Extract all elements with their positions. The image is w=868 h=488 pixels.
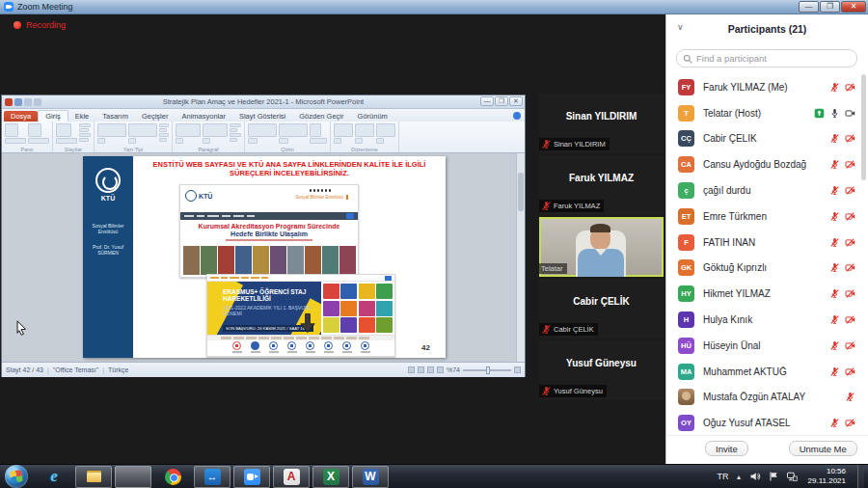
participant-name: Emre Türkmen [703,211,829,222]
participants-scrollbar[interactable] [861,74,866,431]
zoom-app-icon [4,2,14,12]
clock[interactable]: 10:56 29.11.2021 [808,467,846,486]
powerpoint-statusbar: Slayt 42 / 43| "Office Teması"| Türkçe %… [2,362,525,377]
reading-view-icon [427,366,434,373]
unmute-me-button[interactable]: Unmute Me [789,441,857,456]
slideshow-view-icon [437,366,444,373]
ppt-restore-icon: ❐ [495,96,508,106]
hidden-icons-arrow[interactable]: ▲ [736,474,743,480]
invite-button[interactable]: Invite [705,441,748,456]
participant-name: Oğuz Yusuf ATASEL [703,418,829,428]
powerpoint-title: Stratejik Plan Amaç ve Hedefler 2021-1 -… [2,97,525,106]
taskbar-zoom-icon[interactable] [233,466,270,488]
zoom-icon [244,469,260,485]
minimize-button[interactable]: — [799,1,819,13]
video-muted-icon [845,185,855,196]
participant-name: FATİH İNAN [703,237,829,248]
participant-row[interactable]: MA Muhammet AKTUĞ [666,359,863,385]
video-tile[interactable]: Faruk YILMAZ Faruk YILMAZ [539,155,664,215]
ppt-scrollbar [516,153,525,362]
mic-muted-icon [541,386,552,396]
mic-muted-icon [541,201,552,211]
taskbar-excel-icon[interactable]: X [312,466,349,488]
participant-row[interactable]: OY Oğuz Yusuf ATASEL [666,410,863,436]
participant-name: Hüseyin Ünal [703,340,829,351]
search-icon [683,54,692,64]
slide-author: Prof. Dr. Yusuf SÜRMEN [83,244,133,256]
mic-muted-icon [829,159,840,170]
action-center-flag-icon[interactable] [768,471,779,482]
participant-row[interactable]: H Hulya Kınık [666,307,863,333]
service-icon [287,341,297,353]
participant-name: Sinan YILDIRIM [539,111,664,122]
mic-muted-icon [829,418,840,428]
video-name-label: Telatar [539,263,567,274]
participant-row[interactable]: ç çağıl durdu [666,177,863,203]
video-tile[interactable]: Yusuf Güneysu Yusuf Güneysu [539,340,664,400]
participant-row[interactable]: ET Emre Türkmen [666,203,863,230]
help-icon [513,112,521,120]
video-muted-icon [845,418,855,428]
taskbar-word-icon[interactable]: W [352,466,389,488]
participant-row[interactable]: T Telatar (Host) [666,100,863,126]
video-tile[interactable]: Sinan YILDIRIM Sinan YILDIRIM [539,94,664,153]
chevron-down-icon[interactable]: ∨ [677,22,684,32]
avatar: H [678,312,694,328]
video-muted-icon [845,159,855,170]
taskbar-file-explorer-icon[interactable] [75,466,112,488]
taskbar-teamviewer-icon[interactable]: ↔ [194,466,231,488]
participant-row[interactable]: F FATİH İNAN [666,230,863,256]
start-button[interactable] [5,465,28,488]
mic-muted-icon [829,288,840,299]
service-icon [342,341,352,353]
ribbon-tab-görünüm: Görünüm [351,111,394,122]
participant-name: Telatar (Host) [703,108,814,119]
site2-navbar [207,275,394,282]
taskbar-powerpoint-icon[interactable] [115,466,151,488]
language-indicator[interactable]: TR [718,472,729,481]
participant-row[interactable]: HÜ Hüseyin Ünal [666,333,863,359]
taskbar-internet-explorer-icon[interactable]: e [36,466,72,488]
ribbon-tab-tasarım: Tasarım [95,111,135,122]
ribbon-tab-giriş: Giriş [38,110,68,122]
ribbon: PanoSlaytlarYazı TipiParagrafÇizimDüzenl… [2,122,525,153]
restore-button[interactable]: ❐ [820,1,840,13]
participant-name: Cansu Aydoğdu Bozdağ [703,159,829,170]
volume-icon[interactable] [749,471,761,482]
ribbon-tab-slayt gösterisi: Slayt Gösterisi [232,111,292,122]
mic-muted-icon [541,324,552,335]
participant-row[interactable]: CA Cansu Aydoğdu Bozdağ [666,151,863,177]
mic-muted-icon [829,314,840,325]
service-icons-row [207,340,394,356]
ppt-minimize-icon: — [480,96,494,106]
stamp-collage [321,282,394,335]
participant-row[interactable]: HY Hikmet YILMAZ [666,281,863,307]
avatar: CÇ [678,130,694,147]
mic-icon [829,108,840,119]
network-icon[interactable] [786,471,798,482]
video-tile[interactable]: Cabir ÇELİK Cabir ÇELİK [539,279,664,339]
service-icon [251,341,260,353]
participant-row[interactable]: CÇ Cabir ÇELİK [666,126,863,152]
avatar: ç [678,182,694,199]
site-navbar [180,212,358,220]
participant-row[interactable]: FY Faruk YILMAZ (Me) [666,74,863,100]
taskbar-acrobat-icon[interactable]: A [273,466,310,488]
taskbar-chrome-icon[interactable] [154,466,191,488]
avatar: ET [678,208,694,225]
participant-name: Cabir ÇELİK [539,296,664,307]
video-tile[interactable]: Telatar [539,217,664,277]
ribbon-tab-dosya: Dosya [4,111,38,122]
status-language: Türkçe [108,366,128,373]
participant-status-icons [829,314,855,325]
service-icon [324,341,334,353]
mic-muted-icon [829,237,840,248]
close-button[interactable]: ✕ [841,1,866,13]
search-input[interactable]: Find a participant [676,49,857,68]
participant-row[interactable]: Mustafa Özgün ATALAY [666,385,863,411]
site-dept: Sosyal Bilimler Enstitüsü [296,195,348,200]
show-desktop-button[interactable] [857,465,864,488]
participant-row[interactable]: GK Göktuğ Kıprızlı [666,256,863,282]
video-muted-icon [845,237,855,248]
service-icon [361,341,370,353]
